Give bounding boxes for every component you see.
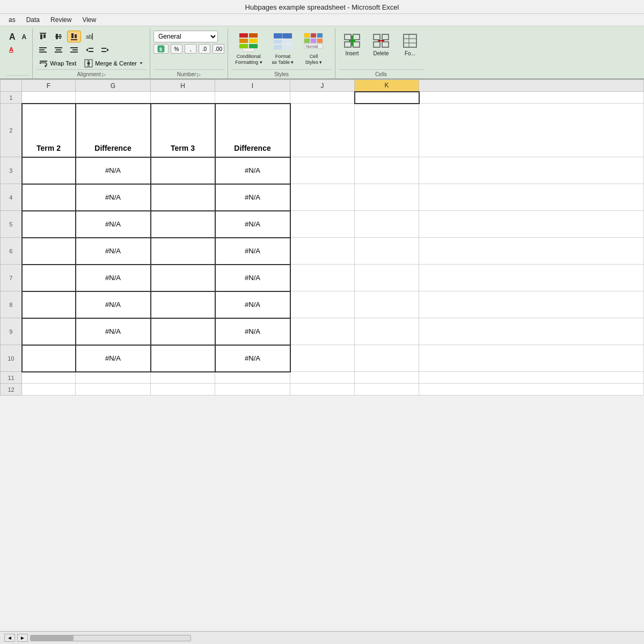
cell-K2[interactable] <box>355 104 419 157</box>
font-size-decrease-btn[interactable]: A <box>19 31 30 43</box>
cell-F10[interactable] <box>22 345 76 372</box>
align-right-btn[interactable] <box>67 44 81 56</box>
format-as-table-btn[interactable]: Formatas Table ▾ <box>268 31 298 67</box>
col-header-H[interactable]: H <box>151 80 215 92</box>
cell-J9[interactable] <box>290 318 355 345</box>
cell-K9[interactable] <box>355 318 419 345</box>
cell-L7[interactable] <box>419 265 644 291</box>
cell-L5[interactable] <box>419 211 644 238</box>
cell-K12[interactable] <box>355 384 419 396</box>
cell-H8[interactable] <box>151 291 215 318</box>
cell-J3[interactable] <box>290 157 355 184</box>
cell-L10[interactable] <box>419 345 644 372</box>
cell-F7[interactable] <box>22 265 76 291</box>
cell-K1[interactable] <box>355 92 419 104</box>
currency-btn[interactable]: $ <box>153 44 169 54</box>
cell-J12[interactable] <box>290 384 355 396</box>
cell-F11[interactable] <box>22 372 76 384</box>
scroll-left-btn[interactable]: ◄ <box>4 634 15 642</box>
align-left-btn[interactable] <box>36 44 50 56</box>
decrease-indent-btn[interactable] <box>83 44 97 56</box>
cell-L3[interactable] <box>419 157 644 184</box>
cell-F3[interactable] <box>22 157 76 184</box>
scroll-track[interactable] <box>30 635 191 641</box>
cell-G8[interactable]: #N/A <box>76 291 151 318</box>
cell-G6[interactable]: #N/A <box>76 238 151 265</box>
col-header-J[interactable]: J <box>290 80 355 92</box>
wrap-text-btn[interactable]: Wrap Text <box>36 57 79 69</box>
col-header-K[interactable]: K <box>355 80 419 92</box>
cell-I3[interactable]: #N/A <box>215 157 290 184</box>
delete-btn[interactable]: Delete <box>368 31 394 58</box>
cell-H9[interactable] <box>151 318 215 345</box>
cell-G9[interactable]: #N/A <box>76 318 151 345</box>
cell-F12[interactable] <box>22 384 76 396</box>
cell-I1[interactable] <box>215 92 290 104</box>
cell-I10[interactable]: #N/A <box>215 345 290 372</box>
cell-I2-header[interactable]: Difference <box>215 104 290 157</box>
cell-H5[interactable] <box>151 211 215 238</box>
menu-item-review[interactable]: Review <box>46 15 76 25</box>
align-center-btn[interactable] <box>52 44 65 56</box>
percent-btn[interactable]: % <box>171 44 182 54</box>
scroll-thumb[interactable] <box>31 635 74 641</box>
font-size-increase-btn[interactable]: A <box>6 31 18 43</box>
cell-J1[interactable] <box>290 92 355 104</box>
cell-K10[interactable] <box>355 345 419 372</box>
align-active-btn[interactable] <box>67 31 81 42</box>
cell-H1[interactable] <box>151 92 215 104</box>
cell-F1[interactable] <box>22 92 76 104</box>
number-format-select[interactable]: General <box>153 31 218 42</box>
increase-indent-btn[interactable] <box>98 44 112 56</box>
cell-H12[interactable] <box>151 384 215 396</box>
cell-G1[interactable] <box>76 92 151 104</box>
number-expand-icon[interactable]: ▷ <box>197 72 201 77</box>
cell-J7[interactable] <box>290 265 355 291</box>
col-header-F[interactable]: F <box>22 80 76 92</box>
insert-btn[interactable]: Insert <box>339 31 365 58</box>
cell-K3[interactable] <box>355 157 419 184</box>
cell-F4[interactable] <box>22 184 76 211</box>
cell-L2[interactable] <box>419 104 644 157</box>
cell-I9[interactable]: #N/A <box>215 318 290 345</box>
cell-J5[interactable] <box>290 211 355 238</box>
cell-L12[interactable] <box>419 384 644 396</box>
cell-J4[interactable] <box>290 184 355 211</box>
col-header-I[interactable]: I <box>215 80 290 92</box>
cell-J11[interactable] <box>290 372 355 384</box>
cell-L6[interactable] <box>419 238 644 265</box>
cell-L11[interactable] <box>419 372 644 384</box>
cell-L4[interactable] <box>419 184 644 211</box>
cell-H6[interactable] <box>151 238 215 265</box>
cell-F6[interactable] <box>22 238 76 265</box>
cell-H2-header[interactable]: Term 3 <box>151 104 215 157</box>
cell-G10[interactable]: #N/A <box>76 345 151 372</box>
cell-F8[interactable] <box>22 291 76 318</box>
cell-F5[interactable] <box>22 211 76 238</box>
cell-G11[interactable] <box>76 372 151 384</box>
col-header-G[interactable]: G <box>76 80 151 92</box>
conditional-formatting-btn[interactable]: ConditionalFormatting ▾ <box>231 31 266 67</box>
cell-H7[interactable] <box>151 265 215 291</box>
cell-K6[interactable] <box>355 238 419 265</box>
cell-L1[interactable] <box>419 92 644 104</box>
comma-btn[interactable]: , <box>185 44 196 54</box>
align-middle-btn[interactable] <box>52 31 65 42</box>
cell-I5[interactable]: #N/A <box>215 211 290 238</box>
cell-G12[interactable] <box>76 384 151 396</box>
cell-G5[interactable]: #N/A <box>76 211 151 238</box>
cell-L9[interactable] <box>419 318 644 345</box>
cell-K8[interactable] <box>355 291 419 318</box>
cell-K4[interactable] <box>355 184 419 211</box>
cell-G2-header[interactable]: Difference <box>76 104 151 157</box>
cell-I4[interactable]: #N/A <box>215 184 290 211</box>
cell-K5[interactable] <box>355 211 419 238</box>
align-top-btn[interactable] <box>36 31 50 42</box>
menu-item-data[interactable]: Data <box>22 15 44 25</box>
cell-G4[interactable]: #N/A <box>76 184 151 211</box>
cell-I11[interactable] <box>215 372 290 384</box>
cell-H10[interactable] <box>151 345 215 372</box>
cell-J10[interactable] <box>290 345 355 372</box>
cell-I12[interactable] <box>215 384 290 396</box>
decimal-inc-btn[interactable]: .0 <box>199 44 210 54</box>
